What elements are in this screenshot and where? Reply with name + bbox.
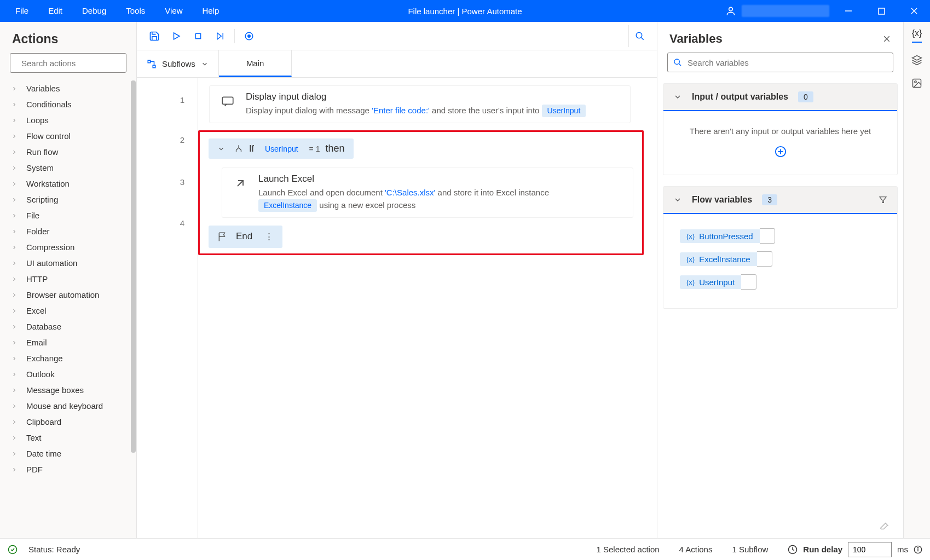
save-button[interactable] — [143, 25, 165, 47]
window-close-button[interactable] — [900, 0, 928, 22]
io-variables-header[interactable]: Input / output variables 0 — [663, 84, 897, 111]
info-icon[interactable] — [914, 545, 922, 554]
category-label: Scripting — [26, 195, 58, 204]
actions-search-input[interactable] — [21, 59, 125, 68]
action-category[interactable]: PDF — [0, 461, 136, 477]
action-category[interactable]: Exchange — [0, 350, 136, 366]
action-category[interactable]: Mouse and keyboard — [0, 398, 136, 414]
branch-icon — [234, 144, 244, 154]
variable-value-box[interactable] — [760, 228, 775, 244]
io-count-badge: 0 — [798, 91, 813, 102]
flow-steps: Display input dialog Display input dialo… — [198, 78, 657, 538]
filter-button[interactable] — [879, 195, 887, 204]
step-display-input-dialog[interactable]: Display input dialog Display input dialo… — [209, 85, 631, 123]
variables-search[interactable] — [667, 53, 893, 72]
step-button[interactable] — [209, 25, 231, 47]
menu-help[interactable]: Help — [193, 0, 229, 22]
action-category[interactable]: Outlook — [0, 366, 136, 382]
menu-view[interactable]: View — [155, 0, 192, 22]
flow-search-button[interactable] — [628, 25, 650, 47]
svg-point-13 — [636, 32, 642, 38]
scrollbar[interactable] — [131, 80, 136, 453]
variables-search-input[interactable] — [688, 58, 887, 67]
action-category[interactable]: Loops — [0, 112, 136, 128]
flag-icon — [217, 231, 228, 242]
user-name[interactable] — [742, 5, 829, 17]
tab-main[interactable]: Main — [219, 50, 292, 77]
flow-variables-header[interactable]: Flow variables 3 — [663, 187, 897, 214]
menu-edit[interactable]: Edit — [38, 0, 72, 22]
category-label: Outlook — [26, 370, 55, 379]
stop-button[interactable] — [187, 25, 209, 47]
action-category[interactable]: System — [0, 160, 136, 176]
action-category[interactable]: Conditionals — [0, 96, 136, 112]
chevron-down-icon[interactable] — [673, 93, 682, 101]
action-category[interactable]: UI automation — [0, 255, 136, 271]
category-label: Run flow — [26, 147, 58, 157]
run-delay-input[interactable] — [848, 542, 892, 557]
variable-value-box[interactable] — [757, 251, 772, 267]
action-category[interactable]: Date time — [0, 446, 136, 461]
rail-variables-icon[interactable]: {x} — [912, 28, 922, 43]
chevron-right-icon — [11, 371, 19, 378]
run-button[interactable] — [165, 25, 187, 47]
action-category[interactable]: Folder — [0, 223, 136, 239]
flow-variable-item[interactable]: (x)UserInput — [680, 274, 881, 290]
step-if[interactable]: If UserInput = 1 then — [209, 138, 354, 159]
rail-layers-icon[interactable] — [911, 55, 922, 66]
menu-file[interactable]: File — [5, 0, 38, 22]
flow-canvas[interactable]: 1 2 3 4 Display input dialog Display inp… — [137, 78, 657, 538]
action-category[interactable]: Browser automation — [0, 287, 136, 303]
action-category[interactable]: Email — [0, 334, 136, 350]
category-label: Variables — [26, 84, 60, 93]
main-menu: File Edit Debug Tools View Help — [0, 0, 229, 22]
action-category[interactable]: Compression — [0, 239, 136, 255]
collapse-icon[interactable] — [217, 145, 225, 153]
clock-icon — [788, 545, 798, 555]
variables-panel: Variables Input / output variables 0 The… — [657, 22, 904, 538]
step-launch-excel[interactable]: Launch Excel Launch Excel and open docum… — [222, 168, 633, 218]
step-description: Display input dialog with message 'Enter… — [246, 105, 586, 117]
variable-value-box[interactable] — [741, 274, 756, 290]
more-icon[interactable]: ⋮ — [260, 231, 274, 243]
ms-label: ms — [897, 545, 908, 554]
window-minimize-button[interactable] — [835, 0, 862, 22]
if-keyword: If — [249, 144, 254, 154]
action-category[interactable]: Database — [0, 319, 136, 334]
svg-rect-2 — [879, 8, 885, 14]
add-io-variable-button[interactable] — [775, 146, 787, 158]
category-label: Database — [26, 322, 61, 331]
menu-tools[interactable]: Tools — [116, 0, 155, 22]
eraser-icon[interactable] — [879, 519, 890, 530]
subflows-button[interactable]: Subflows — [137, 50, 219, 77]
action-categories[interactable]: VariablesConditionalsLoopsFlow controlRu… — [0, 80, 136, 538]
rail-images-icon[interactable] — [911, 78, 922, 89]
close-variables-button[interactable] — [882, 34, 891, 43]
action-category[interactable]: Run flow — [0, 144, 136, 160]
action-category[interactable]: File — [0, 207, 136, 223]
line-gutter: 1 2 3 4 — [137, 78, 198, 538]
flow-variable-item[interactable]: (x)ButtonPressed — [680, 228, 881, 244]
chevron-right-icon — [11, 197, 19, 203]
action-category[interactable]: Workstation — [0, 176, 136, 192]
action-category[interactable]: Variables — [0, 80, 136, 96]
step-end[interactable]: End ⋮ — [209, 226, 282, 248]
actions-search[interactable] — [10, 53, 126, 73]
record-button[interactable] — [238, 25, 260, 47]
action-category[interactable]: Message boxes — [0, 382, 136, 398]
svg-marker-25 — [880, 197, 886, 203]
chevron-right-icon — [11, 451, 19, 457]
action-category[interactable]: Scripting — [0, 192, 136, 207]
action-category[interactable]: Text — [0, 430, 136, 446]
flow-variable-item[interactable]: (x)ExcelInstance — [680, 251, 881, 267]
run-delay-label: Run delay — [803, 545, 842, 554]
action-category[interactable]: Clipboard — [0, 414, 136, 430]
svg-marker-9 — [217, 33, 222, 39]
menu-debug[interactable]: Debug — [72, 0, 116, 22]
action-category[interactable]: HTTP — [0, 271, 136, 287]
window-maximize-button[interactable] — [868, 0, 895, 22]
action-category[interactable]: Flow control — [0, 128, 136, 144]
step-description: Launch Excel and open document 'C:\Sales… — [258, 187, 549, 212]
chevron-down-icon[interactable] — [673, 195, 682, 204]
action-category[interactable]: Excel — [0, 303, 136, 319]
